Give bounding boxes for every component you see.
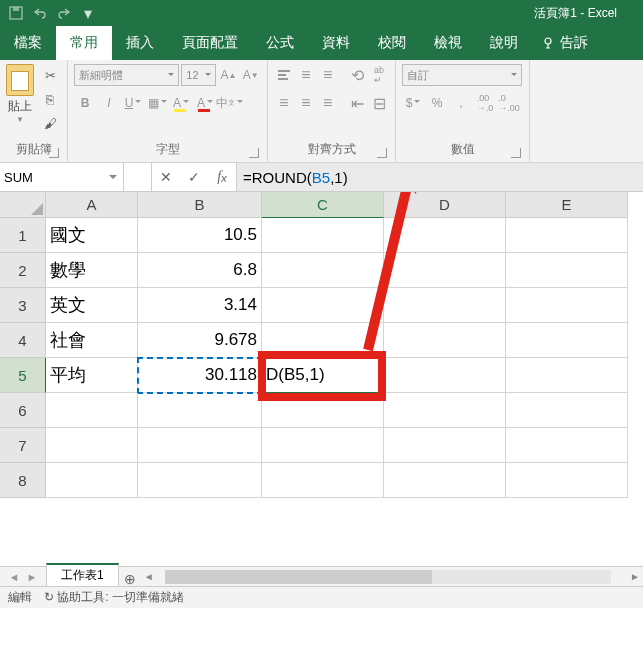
row-header-3[interactable]: 3 bbox=[0, 288, 46, 323]
name-box[interactable]: SUM bbox=[0, 163, 124, 191]
cell-C6[interactable] bbox=[262, 393, 384, 428]
cell-D6[interactable] bbox=[384, 393, 506, 428]
undo-icon[interactable] bbox=[32, 5, 48, 21]
cell-C7[interactable] bbox=[262, 428, 384, 463]
cell-E1[interactable] bbox=[506, 218, 628, 253]
decrease-decimal-button[interactable]: .0→.00 bbox=[498, 92, 520, 114]
sheet-tab-1[interactable]: 工作表1 bbox=[46, 563, 119, 587]
cell-D4[interactable] bbox=[384, 323, 506, 358]
cell-E7[interactable] bbox=[506, 428, 628, 463]
col-header-C[interactable]: C bbox=[262, 192, 384, 218]
align-right-button[interactable]: ≡ bbox=[318, 92, 338, 114]
enter-formula-button[interactable]: ✓ bbox=[180, 163, 208, 191]
cell-B5[interactable]: 30.118 bbox=[138, 358, 262, 393]
decrease-indent-button[interactable]: ⇤ bbox=[347, 92, 367, 114]
align-launcher[interactable] bbox=[377, 148, 387, 158]
row-header-1[interactable]: 1 bbox=[0, 218, 46, 253]
font-name-combo[interactable]: 新細明體 bbox=[74, 64, 179, 86]
spreadsheet-grid[interactable]: A B C D E 1 2 3 4 5 6 7 8 國文10.5 數學6.8 英… bbox=[0, 192, 643, 566]
cell-E8[interactable] bbox=[506, 463, 628, 498]
cell-D7[interactable] bbox=[384, 428, 506, 463]
cell-C8[interactable] bbox=[262, 463, 384, 498]
number-launcher[interactable] bbox=[511, 148, 521, 158]
cell-E5[interactable] bbox=[506, 358, 628, 393]
cell-B3[interactable]: 3.14 bbox=[138, 288, 262, 323]
cell-D8[interactable] bbox=[384, 463, 506, 498]
cell-A3[interactable]: 英文 bbox=[46, 288, 138, 323]
cell-C1[interactable] bbox=[262, 218, 384, 253]
cell-A8[interactable] bbox=[46, 463, 138, 498]
bold-button[interactable]: B bbox=[74, 92, 96, 114]
comma-button[interactable]: , bbox=[450, 92, 472, 114]
cut-button[interactable]: ✂ bbox=[38, 64, 62, 86]
cell-C3[interactable] bbox=[262, 288, 384, 323]
cancel-formula-button[interactable]: ✕ bbox=[152, 163, 180, 191]
clipboard-launcher[interactable] bbox=[49, 148, 59, 158]
merge-button[interactable]: ⊟ bbox=[369, 92, 389, 114]
copy-button[interactable]: ⎘ bbox=[38, 88, 62, 110]
orientation-button[interactable]: ⟲ bbox=[347, 64, 367, 86]
cell-C5[interactable]: D(B5,1) bbox=[262, 358, 384, 393]
horizontal-scrollbar[interactable] bbox=[165, 570, 611, 584]
cell-D2[interactable] bbox=[384, 253, 506, 288]
sheet-nav-prev[interactable]: ◄ bbox=[6, 571, 22, 583]
paste-button[interactable]: 貼上 ▼ bbox=[6, 64, 34, 139]
col-header-D[interactable]: D bbox=[384, 192, 506, 218]
cell-B1[interactable]: 10.5 bbox=[138, 218, 262, 253]
tab-help[interactable]: 說明 bbox=[476, 26, 532, 60]
align-bottom-button[interactable]: ≡ bbox=[318, 64, 338, 86]
number-format-combo[interactable]: 自訂 bbox=[402, 64, 522, 86]
cell-B7[interactable] bbox=[138, 428, 262, 463]
col-header-E[interactable]: E bbox=[506, 192, 628, 218]
fill-color-button[interactable]: A bbox=[170, 92, 192, 114]
cell-B6[interactable] bbox=[138, 393, 262, 428]
format-painter-button[interactable]: 🖌 bbox=[38, 112, 62, 134]
cell-D5[interactable] bbox=[384, 358, 506, 393]
col-header-B[interactable]: B bbox=[138, 192, 262, 218]
cell-A7[interactable] bbox=[46, 428, 138, 463]
align-top-button[interactable] bbox=[274, 64, 294, 86]
cell-E3[interactable] bbox=[506, 288, 628, 323]
row-header-5[interactable]: 5 bbox=[0, 358, 46, 393]
row-header-4[interactable]: 4 bbox=[0, 323, 46, 358]
row-header-2[interactable]: 2 bbox=[0, 253, 46, 288]
col-header-A[interactable]: A bbox=[46, 192, 138, 218]
cell-A4[interactable]: 社會 bbox=[46, 323, 138, 358]
tab-file[interactable]: 檔案 bbox=[0, 26, 56, 60]
scroll-left-button[interactable]: ◄ bbox=[141, 571, 157, 582]
phonetic-button[interactable]: 中文 bbox=[218, 92, 240, 114]
tab-formulas[interactable]: 公式 bbox=[252, 26, 308, 60]
cell-A2[interactable]: 數學 bbox=[46, 253, 138, 288]
cell-A5[interactable]: 平均 bbox=[46, 358, 138, 393]
cell-E2[interactable] bbox=[506, 253, 628, 288]
tab-home[interactable]: 常用 bbox=[56, 26, 112, 60]
cell-E4[interactable] bbox=[506, 323, 628, 358]
sheet-nav-next[interactable]: ► bbox=[24, 571, 40, 583]
redo-icon[interactable] bbox=[56, 5, 72, 21]
cell-D3[interactable] bbox=[384, 288, 506, 323]
tab-data[interactable]: 資料 bbox=[308, 26, 364, 60]
cell-C4[interactable] bbox=[262, 323, 384, 358]
decrease-font-button[interactable]: A▼ bbox=[241, 64, 261, 86]
align-center-button[interactable]: ≡ bbox=[296, 92, 316, 114]
font-launcher[interactable] bbox=[249, 148, 259, 158]
italic-button[interactable]: I bbox=[98, 92, 120, 114]
row-header-8[interactable]: 8 bbox=[0, 463, 46, 498]
underline-button[interactable]: U bbox=[122, 92, 144, 114]
select-all-corner[interactable] bbox=[0, 192, 46, 218]
font-size-combo[interactable]: 12 bbox=[181, 64, 216, 86]
row-header-6[interactable]: 6 bbox=[0, 393, 46, 428]
align-left-button[interactable]: ≡ bbox=[274, 92, 294, 114]
cell-A1[interactable]: 國文 bbox=[46, 218, 138, 253]
cell-B2[interactable]: 6.8 bbox=[138, 253, 262, 288]
increase-font-button[interactable]: A▲ bbox=[218, 64, 238, 86]
percent-button[interactable]: % bbox=[426, 92, 448, 114]
align-middle-button[interactable]: ≡ bbox=[296, 64, 316, 86]
qat-more-icon[interactable]: ▾ bbox=[80, 5, 96, 21]
tell-me[interactable]: 告訴 bbox=[532, 26, 596, 60]
font-color-button[interactable]: A bbox=[194, 92, 216, 114]
tab-insert[interactable]: 插入 bbox=[112, 26, 168, 60]
scroll-right-button[interactable]: ► bbox=[627, 571, 643, 582]
cell-B8[interactable] bbox=[138, 463, 262, 498]
tab-review[interactable]: 校閱 bbox=[364, 26, 420, 60]
